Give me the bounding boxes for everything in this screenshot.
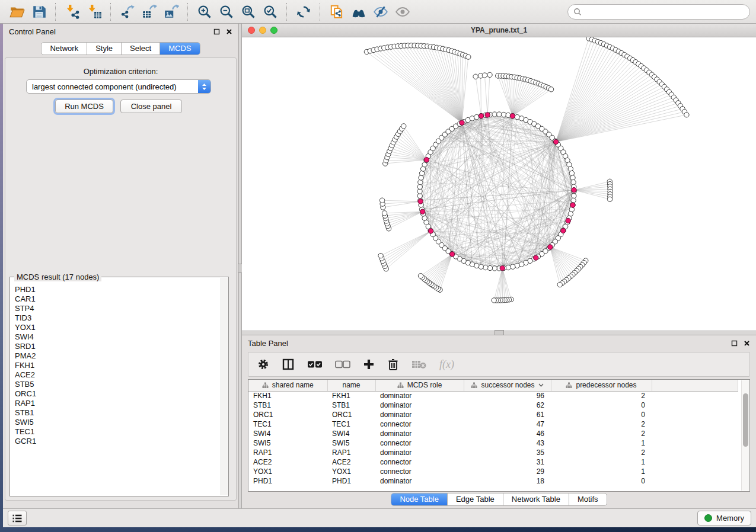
open-file-button[interactable] (6, 2, 28, 22)
column-header-shared_name[interactable]: shared name (248, 380, 327, 391)
cell-mcds_role[interactable]: connector (375, 467, 464, 476)
horizontal-splitter[interactable] (242, 331, 756, 335)
cell-successor_nodes[interactable]: 46 (464, 429, 551, 438)
mcds-result-item[interactable]: FKH1 (15, 361, 221, 370)
table-row[interactable]: YOX1YOX1connector291 (248, 467, 738, 476)
cell-shared_name[interactable]: STB1 (248, 400, 327, 410)
export-network-button[interactable] (116, 2, 138, 22)
cell-shared_name[interactable]: FKH1 (248, 391, 327, 400)
cell-name[interactable]: ORC1 (327, 410, 375, 419)
mcds-result-list[interactable]: PHD1CAR1STP4TID3YOX1SWI4SRD1PMA2FKH1ACE2… (10, 277, 221, 496)
column-header-successor_nodes[interactable]: successor nodes (464, 380, 551, 391)
cell-mcds_role[interactable]: dominator (375, 429, 464, 438)
cell-predecessor_nodes[interactable]: 1 (551, 438, 652, 448)
column-header-name[interactable]: name (327, 380, 375, 391)
import-network-button[interactable] (61, 2, 83, 22)
node-table[interactable]: shared namenameMCDS rolesuccessor nodesp… (248, 380, 738, 486)
cell-predecessor_nodes[interactable]: 2 (551, 448, 652, 457)
float-window-icon[interactable] (213, 28, 220, 35)
cell-predecessor_nodes[interactable]: 2 (551, 391, 652, 400)
network-window-titlebar[interactable]: YPA_prune.txt_1 (242, 24, 756, 37)
close-window-button[interactable] (248, 27, 255, 34)
cell-name[interactable]: TEC1 (327, 419, 375, 429)
function-builder-button[interactable]: f(x) (439, 358, 454, 371)
close-panel-icon[interactable] (744, 340, 750, 347)
select-all-rows-button[interactable] (307, 360, 323, 368)
mcds-result-item[interactable]: STP4 (15, 304, 221, 313)
cell-mcds_role[interactable]: connector (375, 457, 464, 467)
zoom-window-button[interactable] (270, 27, 277, 34)
optimization-select[interactable]: largest connected component (undirected) (26, 79, 211, 94)
cell-mcds_role[interactable]: dominator (375, 400, 464, 410)
cell-shared_name[interactable]: YOX1 (248, 467, 327, 476)
export-image-button[interactable] (160, 2, 182, 22)
cell-successor_nodes[interactable]: 18 (464, 476, 551, 486)
splitter-grip[interactable] (495, 330, 504, 335)
show-all-button[interactable] (391, 2, 413, 22)
mcds-list-scrollbar[interactable] (221, 278, 228, 495)
cell-shared_name[interactable]: PHD1 (248, 476, 327, 486)
mcds-result-item[interactable]: PHD1 (15, 285, 221, 294)
close-panel-icon[interactable] (226, 28, 232, 35)
import-table-button[interactable] (83, 2, 105, 22)
cell-name[interactable]: ACE2 (327, 457, 375, 467)
table-row[interactable]: TEC1TEC1connector472 (248, 419, 738, 429)
mcds-result-item[interactable]: CAR1 (15, 294, 221, 304)
mcds-result-item[interactable]: SWI5 (15, 418, 221, 427)
memory-button[interactable]: Memory (697, 511, 751, 525)
deselect-all-rows-button[interactable] (335, 360, 350, 368)
table-row[interactable]: STB1STB1dominator620 (248, 400, 738, 410)
scrollbar-thumb[interactable] (743, 393, 748, 447)
float-window-icon[interactable] (731, 340, 738, 347)
cell-name[interactable]: YOX1 (327, 467, 375, 476)
mcds-result-item[interactable]: TEC1 (15, 427, 221, 437)
cell-mcds_role[interactable]: connector (375, 438, 464, 448)
mcds-result-item[interactable]: RAP1 (15, 399, 221, 408)
cell-predecessor_nodes[interactable]: 0 (551, 400, 652, 410)
cell-predecessor_nodes[interactable]: 0 (551, 410, 652, 419)
table-row[interactable]: ACE2ACE2connector311 (248, 457, 738, 467)
cell-mcds_role[interactable]: dominator (375, 410, 464, 419)
cell-predecessor_nodes[interactable]: 1 (551, 467, 652, 476)
zoom-out-button[interactable] (215, 2, 237, 22)
search-input[interactable] (585, 7, 744, 17)
table-settings-button[interactable] (257, 358, 269, 370)
mcds-result-item[interactable]: ORC1 (15, 389, 221, 399)
delete-column-button[interactable] (387, 358, 399, 371)
table-row[interactable]: ORC1ORC1dominator610 (248, 410, 738, 419)
create-column-button[interactable] (363, 358, 375, 370)
tab-style[interactable]: Style (87, 43, 121, 55)
cell-name[interactable]: PHD1 (327, 476, 375, 486)
tab-motifs[interactable]: Motifs (569, 493, 607, 505)
cell-mcds_role[interactable]: connector (375, 419, 464, 429)
cell-successor_nodes[interactable]: 96 (464, 391, 551, 400)
cell-successor_nodes[interactable]: 61 (464, 410, 551, 419)
mcds-result-item[interactable]: TID3 (15, 313, 221, 323)
table-row[interactable]: FKH1FKH1dominator962 (248, 391, 738, 400)
hide-selected-button[interactable] (369, 2, 391, 22)
cell-predecessor_nodes[interactable]: 0 (551, 476, 652, 486)
tab-mcds[interactable]: MCDS (160, 43, 199, 55)
first-neighbors-button[interactable] (347, 2, 369, 22)
cell-successor_nodes[interactable]: 47 (464, 419, 551, 429)
cell-shared_name[interactable]: TEC1 (248, 419, 327, 429)
cell-predecessor_nodes[interactable]: 2 (551, 429, 652, 438)
cell-shared_name[interactable]: SWI5 (248, 438, 327, 448)
cell-name[interactable]: FKH1 (327, 391, 375, 400)
network-canvas[interactable] (242, 37, 756, 331)
cell-shared_name[interactable]: RAP1 (248, 448, 327, 457)
cell-mcds_role[interactable]: dominator (375, 448, 464, 457)
table-row[interactable]: SWI4SWI4dominator462 (248, 429, 738, 438)
minimize-window-button[interactable] (259, 27, 266, 34)
mcds-result-item[interactable]: PMA2 (15, 351, 221, 361)
save-session-button[interactable] (28, 2, 50, 22)
close-panel-button[interactable]: Close panel (120, 100, 182, 113)
cell-name[interactable]: SWI4 (327, 429, 375, 438)
table-row[interactable]: RAP1RAP1dominator352 (248, 448, 738, 457)
mcds-result-item[interactable]: STB1 (15, 408, 221, 418)
cell-mcds_role[interactable]: dominator (375, 391, 464, 400)
task-history-button[interactable] (8, 511, 27, 525)
run-mcds-button[interactable]: Run MCDS (55, 100, 113, 113)
cell-name[interactable]: STB1 (327, 400, 375, 410)
cell-successor_nodes[interactable]: 43 (464, 438, 551, 448)
